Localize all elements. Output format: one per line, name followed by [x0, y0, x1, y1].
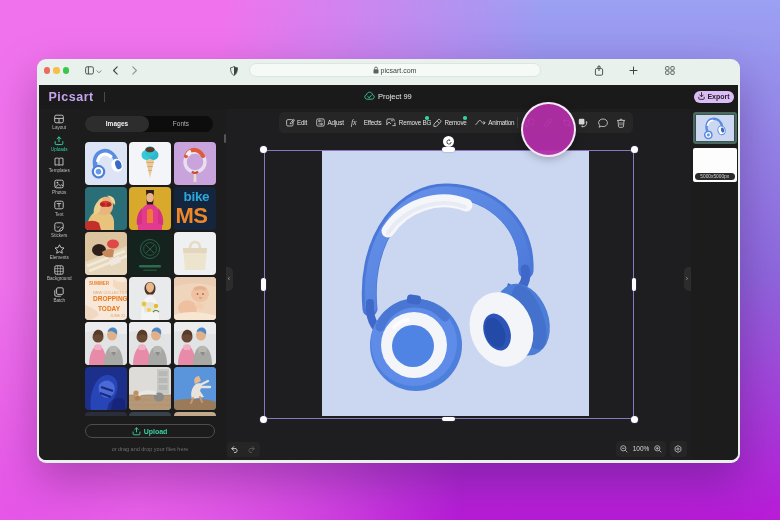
- svg-text:TODAY: TODAY: [97, 304, 120, 311]
- svg-text:DROPPING: DROPPING: [92, 294, 126, 301]
- svg-text:JUNE 21: JUNE 21: [109, 313, 124, 317]
- svg-text:SUMMER: SUMMER: [88, 280, 109, 285]
- svg-text:fx: fx: [351, 117, 357, 126]
- svg-text:NEW COLLECTION: NEW COLLECTION: [92, 289, 126, 294]
